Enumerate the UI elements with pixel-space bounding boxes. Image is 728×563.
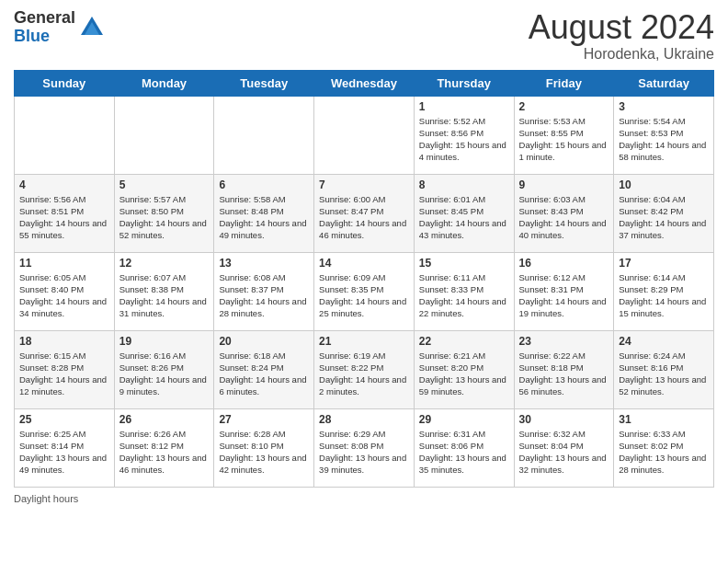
calendar-cell: 2Sunrise: 5:53 AM Sunset: 8:55 PM Daylig… bbox=[514, 96, 614, 174]
calendar-cell: 11Sunrise: 6:05 AM Sunset: 8:40 PM Dayli… bbox=[15, 252, 115, 330]
day-number: 20 bbox=[219, 335, 309, 348]
day-number: 15 bbox=[419, 257, 509, 270]
day-info: Sunrise: 6:33 AM Sunset: 8:02 PM Dayligh… bbox=[619, 428, 709, 477]
day-number: 21 bbox=[319, 335, 409, 348]
calendar-week-row: 4Sunrise: 5:56 AM Sunset: 8:51 PM Daylig… bbox=[15, 174, 714, 252]
day-number: 5 bbox=[119, 178, 210, 191]
day-number: 18 bbox=[19, 335, 109, 348]
calendar-cell: 30Sunrise: 6:32 AM Sunset: 8:04 PM Dayli… bbox=[514, 408, 614, 487]
day-info: Sunrise: 5:57 AM Sunset: 8:50 PM Dayligh… bbox=[119, 193, 210, 242]
day-info: Sunrise: 6:16 AM Sunset: 8:26 PM Dayligh… bbox=[119, 350, 210, 398]
calendar-table: SundayMondayTuesdayWednesdayThursdayFrid… bbox=[14, 70, 714, 488]
day-info: Sunrise: 6:00 AM Sunset: 8:47 PM Dayligh… bbox=[319, 193, 409, 242]
calendar-cell: 22Sunrise: 6:21 AM Sunset: 8:20 PM Dayli… bbox=[414, 330, 514, 408]
calendar-cell: 18Sunrise: 6:15 AM Sunset: 8:28 PM Dayli… bbox=[15, 330, 115, 408]
location: Horodenka, Ukraine bbox=[529, 46, 714, 63]
day-info: Sunrise: 5:54 AM Sunset: 8:53 PM Dayligh… bbox=[619, 115, 709, 164]
day-info: Sunrise: 5:58 AM Sunset: 8:48 PM Dayligh… bbox=[219, 193, 309, 242]
month-year: August 2024 bbox=[529, 9, 714, 46]
day-info: Sunrise: 5:52 AM Sunset: 8:56 PM Dayligh… bbox=[419, 115, 509, 164]
header: General Blue August 2024 Horodenka, Ukra… bbox=[14, 9, 714, 63]
logo: General Blue bbox=[14, 9, 105, 46]
calendar-cell: 24Sunrise: 6:24 AM Sunset: 8:16 PM Dayli… bbox=[614, 330, 714, 408]
logo-general: General bbox=[14, 9, 75, 28]
calendar-cell: 5Sunrise: 5:57 AM Sunset: 8:50 PM Daylig… bbox=[114, 174, 214, 252]
day-info: Sunrise: 6:09 AM Sunset: 8:35 PM Dayligh… bbox=[319, 271, 409, 320]
calendar-cell: 25Sunrise: 6:25 AM Sunset: 8:14 PM Dayli… bbox=[15, 408, 115, 487]
day-info: Sunrise: 6:25 AM Sunset: 8:14 PM Dayligh… bbox=[19, 428, 109, 477]
day-number: 17 bbox=[619, 257, 709, 270]
day-number: 3 bbox=[619, 100, 709, 113]
calendar-day-header: Saturday bbox=[614, 70, 714, 96]
day-info: Sunrise: 5:53 AM Sunset: 8:55 PM Dayligh… bbox=[519, 115, 609, 164]
day-info: Sunrise: 6:24 AM Sunset: 8:16 PM Dayligh… bbox=[619, 350, 709, 398]
day-number: 30 bbox=[519, 413, 609, 426]
calendar-day-header: Friday bbox=[514, 70, 614, 96]
logo-icon bbox=[79, 15, 105, 40]
day-info: Sunrise: 6:01 AM Sunset: 8:45 PM Dayligh… bbox=[419, 193, 509, 242]
calendar-cell: 10Sunrise: 6:04 AM Sunset: 8:42 PM Dayli… bbox=[614, 174, 714, 252]
calendar-day-header: Monday bbox=[114, 70, 214, 96]
calendar-cell bbox=[114, 96, 214, 174]
day-number: 9 bbox=[519, 178, 609, 191]
day-number: 24 bbox=[619, 335, 709, 348]
calendar-cell: 7Sunrise: 6:00 AM Sunset: 8:47 PM Daylig… bbox=[314, 174, 415, 252]
day-number: 23 bbox=[519, 335, 609, 348]
day-number: 7 bbox=[319, 178, 409, 191]
day-info: Sunrise: 6:08 AM Sunset: 8:37 PM Dayligh… bbox=[219, 271, 309, 320]
day-info: Sunrise: 6:22 AM Sunset: 8:18 PM Dayligh… bbox=[519, 350, 609, 398]
page: General Blue August 2024 Horodenka, Ukra… bbox=[0, 0, 728, 563]
calendar-cell bbox=[15, 96, 115, 174]
calendar-day-header: Sunday bbox=[15, 70, 115, 96]
day-number: 31 bbox=[619, 413, 709, 426]
calendar-week-row: 1Sunrise: 5:52 AM Sunset: 8:56 PM Daylig… bbox=[15, 96, 714, 174]
day-info: Sunrise: 6:14 AM Sunset: 8:29 PM Dayligh… bbox=[619, 271, 709, 320]
calendar-cell: 19Sunrise: 6:16 AM Sunset: 8:26 PM Dayli… bbox=[114, 330, 214, 408]
day-info: Sunrise: 6:03 AM Sunset: 8:43 PM Dayligh… bbox=[519, 193, 609, 242]
calendar-cell: 12Sunrise: 6:07 AM Sunset: 8:38 PM Dayli… bbox=[114, 252, 214, 330]
calendar-cell: 17Sunrise: 6:14 AM Sunset: 8:29 PM Dayli… bbox=[614, 252, 714, 330]
logo-blue: Blue bbox=[14, 28, 75, 46]
calendar-cell: 31Sunrise: 6:33 AM Sunset: 8:02 PM Dayli… bbox=[614, 408, 714, 487]
calendar-cell bbox=[214, 96, 314, 174]
calendar-week-row: 18Sunrise: 6:15 AM Sunset: 8:28 PM Dayli… bbox=[15, 330, 714, 408]
footer: Daylight hours bbox=[14, 493, 714, 504]
day-info: Sunrise: 6:04 AM Sunset: 8:42 PM Dayligh… bbox=[619, 193, 709, 242]
day-number: 12 bbox=[119, 257, 210, 270]
calendar-cell: 16Sunrise: 6:12 AM Sunset: 8:31 PM Dayli… bbox=[514, 252, 614, 330]
calendar-cell: 29Sunrise: 6:31 AM Sunset: 8:06 PM Dayli… bbox=[414, 408, 514, 487]
calendar-cell: 28Sunrise: 6:29 AM Sunset: 8:08 PM Dayli… bbox=[314, 408, 415, 487]
calendar-cell: 15Sunrise: 6:11 AM Sunset: 8:33 PM Dayli… bbox=[414, 252, 514, 330]
day-number: 16 bbox=[519, 257, 609, 270]
calendar-cell bbox=[314, 96, 415, 174]
calendar-week-row: 25Sunrise: 6:25 AM Sunset: 8:14 PM Dayli… bbox=[15, 408, 714, 487]
calendar-day-header: Wednesday bbox=[314, 70, 415, 96]
day-info: Sunrise: 6:29 AM Sunset: 8:08 PM Dayligh… bbox=[319, 428, 409, 477]
day-number: 1 bbox=[419, 100, 509, 113]
day-info: Sunrise: 6:21 AM Sunset: 8:20 PM Dayligh… bbox=[419, 350, 509, 398]
calendar-cell: 14Sunrise: 6:09 AM Sunset: 8:35 PM Dayli… bbox=[314, 252, 415, 330]
calendar-cell: 4Sunrise: 5:56 AM Sunset: 8:51 PM Daylig… bbox=[15, 174, 115, 252]
day-number: 10 bbox=[619, 178, 709, 191]
calendar-cell: 13Sunrise: 6:08 AM Sunset: 8:37 PM Dayli… bbox=[214, 252, 314, 330]
calendar-cell: 3Sunrise: 5:54 AM Sunset: 8:53 PM Daylig… bbox=[614, 96, 714, 174]
day-number: 27 bbox=[219, 413, 309, 426]
calendar-cell: 9Sunrise: 6:03 AM Sunset: 8:43 PM Daylig… bbox=[514, 174, 614, 252]
day-number: 25 bbox=[19, 413, 109, 426]
calendar-cell: 20Sunrise: 6:18 AM Sunset: 8:24 PM Dayli… bbox=[214, 330, 314, 408]
calendar-cell: 27Sunrise: 6:28 AM Sunset: 8:10 PM Dayli… bbox=[214, 408, 314, 487]
day-info: Sunrise: 5:56 AM Sunset: 8:51 PM Dayligh… bbox=[19, 193, 109, 242]
day-number: 4 bbox=[19, 178, 109, 191]
day-info: Sunrise: 6:07 AM Sunset: 8:38 PM Dayligh… bbox=[119, 271, 210, 320]
day-number: 11 bbox=[19, 257, 109, 270]
day-info: Sunrise: 6:32 AM Sunset: 8:04 PM Dayligh… bbox=[519, 428, 609, 477]
calendar-cell: 23Sunrise: 6:22 AM Sunset: 8:18 PM Dayli… bbox=[514, 330, 614, 408]
day-info: Sunrise: 6:26 AM Sunset: 8:12 PM Dayligh… bbox=[119, 428, 210, 477]
calendar-cell: 6Sunrise: 5:58 AM Sunset: 8:48 PM Daylig… bbox=[214, 174, 314, 252]
day-number: 14 bbox=[319, 257, 409, 270]
calendar-cell: 1Sunrise: 5:52 AM Sunset: 8:56 PM Daylig… bbox=[414, 96, 514, 174]
day-number: 8 bbox=[419, 178, 509, 191]
day-number: 13 bbox=[219, 257, 309, 270]
calendar-header-row: SundayMondayTuesdayWednesdayThursdayFrid… bbox=[15, 70, 714, 96]
day-info: Sunrise: 6:28 AM Sunset: 8:10 PM Dayligh… bbox=[219, 428, 309, 477]
